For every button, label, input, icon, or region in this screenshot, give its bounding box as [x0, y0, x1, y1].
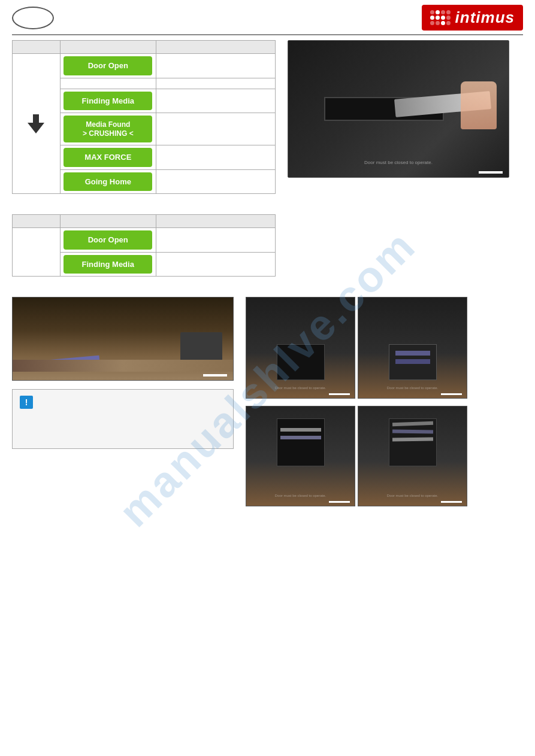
t2-finding-media-button[interactable]: Finding Media — [64, 255, 152, 274]
table2-row-door-open: Door Open — [13, 228, 276, 253]
machine-after-photo-1: Door must be closed to operate. — [358, 297, 467, 399]
t2-icon-cell — [13, 228, 61, 277]
machine-photo-pair-1: Door must be closed to operate. Door mus… — [246, 297, 467, 399]
alert-icon: ! — [20, 396, 33, 409]
machine-before-photo-1: Door must be closed to operate. — [246, 297, 355, 399]
scale-bar-1 — [479, 171, 503, 174]
section-2: Door Open Finding Media — [12, 214, 523, 286]
hdd-group-photo — [12, 297, 234, 381]
machine-photo-pair-2: Door must be closed to operate. Door mus… — [246, 406, 467, 506]
finding-media-btn-cell: Finding Media — [60, 89, 156, 113]
header-oval — [12, 7, 54, 29]
header-divider — [12, 34, 523, 35]
t2-col-icon — [13, 215, 61, 228]
status-table-2: Door Open Finding Media — [12, 214, 276, 277]
t2-finding-media-desc — [156, 252, 275, 277]
table-row: Door Open — [13, 54, 276, 78]
door-open-button[interactable]: Door Open — [64, 56, 152, 75]
max-force-btn-cell: MAX FORCE — [60, 145, 156, 169]
media-found-crushing-button[interactable]: Media Found> CRUSHING < — [64, 116, 152, 142]
col-header-icon — [13, 41, 61, 54]
going-home-button[interactable]: Going Home — [64, 172, 152, 192]
bottom-left-section: ! — [12, 297, 234, 506]
logo-container: intimus — [422, 5, 523, 31]
t2-finding-media-cell: Finding Media — [60, 252, 156, 277]
scale-bar-m2 — [441, 393, 462, 395]
t2-door-open-cell: Door Open — [60, 228, 156, 253]
empty-desc-1 — [156, 78, 275, 89]
arrow-icon-cell — [13, 54, 61, 194]
machine-crushing-after-photo: Door must be closed to operate. — [358, 406, 467, 506]
logo-text: intimus — [455, 8, 515, 27]
col-header-desc — [156, 41, 275, 54]
media-found-btn-cell: Media Found> CRUSHING < — [60, 113, 156, 145]
machine-crushing-before-photo: Door must be closed to operate. — [246, 406, 355, 506]
alert-box: ! — [12, 389, 234, 449]
t2-door-open-desc — [156, 228, 275, 253]
bottom-section: ! Door must be closed to operate. — [12, 297, 523, 506]
main-content: Door Open Finding Media Media Fo — [0, 40, 535, 506]
scale-bar-m1 — [329, 393, 350, 395]
finding-media-desc — [156, 89, 275, 113]
going-home-btn-cell: Going Home — [60, 169, 156, 194]
empty-btn-cell-1 — [60, 78, 156, 89]
t2-door-open-button[interactable]: Door Open — [64, 230, 152, 250]
max-force-button[interactable]: MAX FORCE — [64, 148, 152, 167]
max-force-desc — [156, 145, 275, 169]
table1-header-row — [13, 41, 276, 54]
media-found-desc — [156, 113, 275, 145]
status-table-1: Door Open Finding Media Media Fo — [12, 40, 276, 194]
table2-header-row — [13, 215, 276, 228]
photo-label-1: Door must be closed to operate. — [364, 160, 433, 165]
col-header-status — [60, 41, 156, 54]
bottom-right-section: Door must be closed to operate. Door mus… — [246, 297, 467, 506]
insert-arrow-icon — [16, 114, 56, 133]
section-1: Door Open Finding Media Media Fo — [12, 40, 523, 204]
scale-bar-m4 — [441, 501, 462, 503]
t2-col-status — [60, 215, 156, 228]
door-open-btn-cell: Door Open — [60, 54, 156, 78]
finding-media-button[interactable]: Finding Media — [64, 92, 152, 111]
scale-bar-m3 — [329, 501, 350, 503]
t2-col-desc — [156, 215, 275, 228]
hand-inserting-media-photo: Door must be closed to operate. — [288, 40, 509, 178]
scale-bar-hdd — [203, 374, 227, 377]
header: intimus — [0, 0, 535, 33]
going-home-desc — [156, 169, 275, 194]
door-open-desc — [156, 54, 275, 78]
